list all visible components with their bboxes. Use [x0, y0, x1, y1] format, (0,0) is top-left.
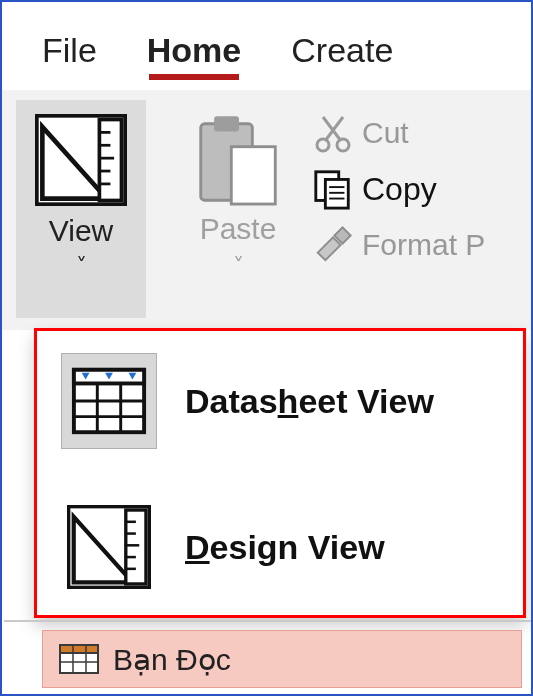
view-button-label: View — [49, 214, 113, 248]
svg-rect-10 — [231, 147, 275, 204]
cut-label: Cut — [362, 116, 409, 150]
copy-icon — [312, 168, 354, 210]
ribbon-home: View ˅ Paste ˅ Cut — [2, 90, 531, 330]
clipboard-small-buttons: Cut Copy Format P — [312, 100, 485, 266]
svg-line-13 — [325, 117, 343, 141]
chevron-down-icon: ˅ — [233, 254, 244, 280]
copy-button[interactable]: Copy — [312, 168, 485, 210]
paste-button-label: Paste — [200, 212, 277, 246]
svg-rect-39 — [60, 645, 98, 653]
tab-create[interactable]: Create — [291, 31, 393, 70]
svg-rect-16 — [325, 179, 348, 208]
menu-item-datasheet-label: Datasheet View — [185, 382, 434, 421]
cut-button[interactable]: Cut — [312, 112, 485, 154]
menu-item-design-view[interactable]: Design View — [61, 499, 499, 595]
tab-file[interactable]: File — [42, 31, 97, 70]
format-painter-button[interactable]: Format P — [312, 224, 485, 266]
menu-item-design-label: Design View — [185, 528, 385, 567]
nav-table-item[interactable]: Bạn Đọc — [42, 630, 522, 688]
chevron-down-icon: ˅ — [76, 254, 87, 280]
paste-button[interactable]: Paste ˅ — [164, 100, 312, 318]
paintbrush-icon — [312, 224, 354, 266]
clipboard-icon — [195, 114, 281, 210]
design-view-icon — [35, 114, 127, 206]
format-painter-label: Format P — [362, 228, 485, 262]
svg-rect-9 — [214, 116, 239, 131]
svg-point-11 — [317, 139, 329, 151]
view-split-button[interactable]: View ˅ — [16, 100, 146, 318]
copy-label: Copy — [362, 171, 437, 208]
svg-point-12 — [337, 139, 349, 151]
ribbon-tabs: File Home Create — [2, 2, 531, 90]
menu-item-datasheet-view[interactable]: Datasheet View — [61, 353, 499, 449]
navigation-pane: Bạn Đọc — [4, 620, 533, 696]
scissors-icon — [312, 112, 354, 154]
datasheet-icon — [61, 353, 157, 449]
tab-home[interactable]: Home — [147, 31, 241, 70]
view-dropdown-menu: Datasheet View Design View — [34, 328, 526, 618]
nav-table-label: Bạn Đọc — [113, 642, 231, 677]
design-view-icon — [61, 499, 157, 595]
svg-line-14 — [323, 117, 341, 141]
table-icon — [59, 644, 99, 674]
